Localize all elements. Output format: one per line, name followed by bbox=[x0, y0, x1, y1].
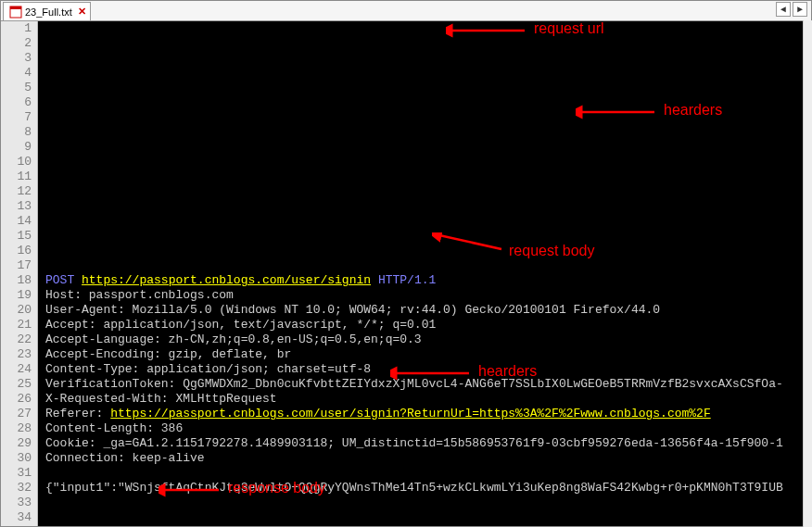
code-line: Accept-Language: zh-CN,zh;q=0.8,en-US;q=… bbox=[45, 333, 811, 347]
code-line: User-Agent: Mozilla/5.0 (Windows NT 10.0… bbox=[45, 303, 811, 318]
line-number: 11 bbox=[1, 169, 32, 184]
line-number: 6 bbox=[1, 95, 32, 110]
arrow-icon bbox=[432, 232, 506, 253]
line-number: 4 bbox=[1, 66, 32, 81]
line-number: 28 bbox=[1, 421, 32, 436]
line-number: 33 bbox=[1, 496, 32, 510]
line-number: 27 bbox=[1, 407, 32, 421]
close-icon[interactable]: ✕ bbox=[78, 6, 86, 18]
svg-line-5 bbox=[439, 235, 501, 249]
line-number: 25 bbox=[1, 377, 32, 392]
line-number: 23 bbox=[1, 347, 32, 362]
arrow-icon bbox=[446, 23, 529, 38]
tab-bar: 23_Full.txt ✕ ◄ ► bbox=[1, 1, 811, 21]
line-number: 32 bbox=[1, 481, 32, 496]
line-number: 7 bbox=[1, 110, 32, 125]
code-line bbox=[45, 466, 811, 481]
line-number: 18 bbox=[1, 273, 32, 288]
code-line: Connection: keep-alive bbox=[45, 451, 811, 466]
annotation-request-url: request url bbox=[534, 21, 604, 36]
line-number: 13 bbox=[1, 199, 32, 214]
tab-filename: 23_Full.txt bbox=[25, 6, 72, 18]
code-line bbox=[45, 496, 811, 510]
code-line: Cookie: _ga=GA1.2.1151792278.1489903118;… bbox=[45, 436, 811, 451]
nav-left-button[interactable]: ◄ bbox=[776, 2, 791, 17]
file-tab[interactable]: 23_Full.txt ✕ bbox=[3, 2, 91, 20]
line-number: 15 bbox=[1, 229, 32, 244]
code-line: Content-Length: 386 bbox=[45, 421, 811, 436]
line-number: 34 bbox=[1, 510, 32, 525]
tab-nav: ◄ ► bbox=[776, 2, 807, 17]
file-icon bbox=[9, 6, 22, 19]
line-number: 16 bbox=[1, 244, 32, 258]
line-number: 17 bbox=[1, 258, 32, 273]
line-number: 29 bbox=[1, 436, 32, 451]
svg-rect-1 bbox=[10, 6, 21, 9]
code-line: HTTP/1.1 200 OK bbox=[45, 525, 811, 526]
line-number: 10 bbox=[1, 155, 32, 169]
arrow-icon bbox=[576, 105, 659, 119]
line-number: 12 bbox=[1, 184, 32, 199]
line-number: 24 bbox=[1, 362, 32, 377]
editor-window: 23_Full.txt ✕ ◄ ► 1234567891011121314151… bbox=[0, 0, 812, 527]
line-number: 26 bbox=[1, 392, 32, 407]
line-number: 19 bbox=[1, 288, 32, 303]
code-line: X-Requested-With: XMLHttpRequest bbox=[45, 392, 811, 407]
line-number-gutter: 1234567891011121314151617181920212223242… bbox=[1, 21, 38, 526]
code-line: Referer: https://passport.cnblogs.com/us… bbox=[45, 407, 811, 421]
line-number: 21 bbox=[1, 318, 32, 333]
code-line: VerificationToken: QgGMWDXm2_Dbn0cuKfvbt… bbox=[45, 377, 811, 392]
annotation-request-body: request body bbox=[509, 244, 595, 258]
line-number: 9 bbox=[1, 140, 32, 155]
line-number: 31 bbox=[1, 466, 32, 481]
code-line: {"input1":"WSnjsftAqCtnKJtq3eWwltO+QQgRy… bbox=[45, 481, 811, 496]
annotation-headers-1: hearders bbox=[664, 103, 722, 118]
line-number: 5 bbox=[1, 81, 32, 95]
nav-right-button[interactable]: ► bbox=[793, 2, 807, 17]
line-number: 20 bbox=[1, 303, 32, 318]
line-number: 8 bbox=[1, 125, 32, 140]
line-number: 14 bbox=[1, 214, 32, 229]
line-number: 1 bbox=[1, 21, 32, 36]
code-content[interactable]: request url hearders request body hearde… bbox=[38, 21, 811, 526]
line-number: 2 bbox=[1, 36, 32, 51]
line-number: 22 bbox=[1, 333, 32, 347]
code-line: POST https://passport.cnblogs.com/user/s… bbox=[45, 273, 811, 288]
code-line: Content-Type: application/json; charset=… bbox=[45, 362, 811, 377]
code-line: Accept: application/json, text/javascrip… bbox=[45, 318, 811, 333]
line-number: 3 bbox=[1, 51, 32, 66]
code-line bbox=[45, 510, 811, 525]
line-number: 30 bbox=[1, 451, 32, 466]
right-edge bbox=[803, 20, 812, 527]
code-line: Accept-Encoding: gzip, deflate, br bbox=[45, 347, 811, 362]
code-line: Host: passport.cnblogs.com bbox=[45, 288, 811, 303]
editor-area: 1234567891011121314151617181920212223242… bbox=[1, 21, 811, 526]
